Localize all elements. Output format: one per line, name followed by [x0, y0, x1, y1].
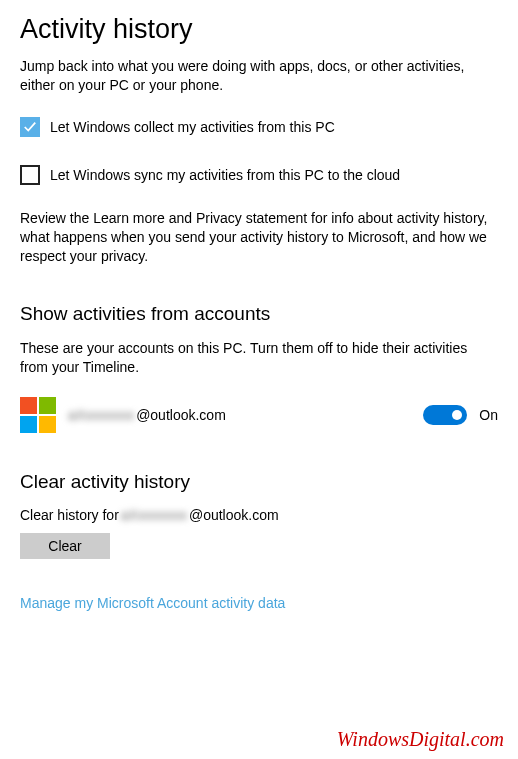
checkbox-icon[interactable]: [20, 165, 40, 185]
watermark: WindowsDigital.com: [337, 728, 504, 751]
accounts-desc: These are your accounts on this PC. Turn…: [20, 339, 498, 377]
checkbox-label: Let Windows collect my activities from t…: [50, 119, 335, 135]
page-intro: Jump back into what you were doing with …: [20, 57, 498, 95]
email-obscured: aXxxxxxxx: [68, 407, 134, 423]
accounts-heading: Show activities from accounts: [20, 303, 498, 325]
clear-desc: Clear history for aXxxxxxxx@outlook.com: [20, 507, 498, 523]
checkbox-label: Let Windows sync my activities from this…: [50, 167, 400, 183]
clear-button[interactable]: Clear: [20, 533, 110, 559]
checkbox-sync-activities[interactable]: Let Windows sync my activities from this…: [20, 165, 498, 185]
clear-heading: Clear activity history: [20, 471, 498, 493]
checkbox-collect-activities[interactable]: Let Windows collect my activities from t…: [20, 117, 498, 137]
account-email: aXxxxxxxx@outlook.com: [68, 407, 411, 423]
email-obscured: aXxxxxxxx: [121, 507, 187, 523]
privacy-note: Review the Learn more and Privacy statem…: [20, 209, 498, 266]
page-title: Activity history: [20, 14, 498, 45]
manage-account-link[interactable]: Manage my Microsoft Account activity dat…: [20, 595, 498, 611]
checkbox-icon[interactable]: [20, 117, 40, 137]
email-suffix: @outlook.com: [136, 407, 226, 423]
email-suffix: @outlook.com: [189, 507, 279, 523]
account-toggle[interactable]: [423, 405, 467, 425]
toggle-state-label: On: [479, 407, 498, 423]
account-item: aXxxxxxxx@outlook.com On: [20, 397, 498, 433]
microsoft-logo-icon: [20, 397, 56, 433]
account-toggle-wrap: On: [423, 405, 498, 425]
